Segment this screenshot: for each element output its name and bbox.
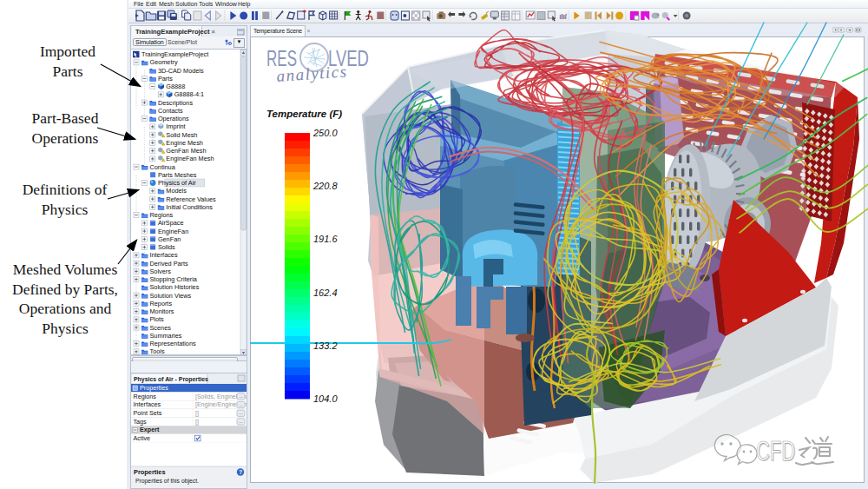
svg-text:...: ... bbox=[239, 419, 243, 424]
svg-text:analytics: analytics bbox=[276, 62, 348, 85]
svg-text:250.0: 250.0 bbox=[312, 128, 338, 138]
svg-text:Point Sets: Point Sets bbox=[134, 409, 162, 417]
svg-text:...: ... bbox=[239, 410, 243, 415]
svg-text:Tags: Tags bbox=[134, 418, 148, 426]
svg-text:Properties of this object.: Properties of this object. bbox=[135, 478, 199, 485]
svg-text:162.4: 162.4 bbox=[313, 287, 338, 298]
svg-text:[]: [] bbox=[195, 410, 199, 417]
svg-text:Active: Active bbox=[134, 434, 151, 442]
svg-text:Temperature (F): Temperature (F) bbox=[266, 109, 342, 119]
svg-text:Properties: Properties bbox=[140, 384, 168, 392]
svg-text:...: ... bbox=[239, 402, 243, 407]
svg-text:Regions: Regions bbox=[134, 393, 157, 400]
svg-text:×: × bbox=[201, 376, 204, 382]
svg-text:?: ? bbox=[239, 469, 242, 475]
svg-text:[]: [] bbox=[195, 419, 199, 426]
svg-text:Properties: Properties bbox=[134, 468, 166, 476]
svg-text:...: ... bbox=[239, 393, 243, 399]
svg-text:191.6: 191.6 bbox=[313, 234, 338, 244]
svg-text:G8888-4:1: G8888-4:1 bbox=[174, 90, 204, 98]
svg-text:CFD: CFD bbox=[756, 436, 795, 466]
svg-text:Physics of Air - Properties: Physics of Air - Properties bbox=[134, 376, 208, 383]
svg-text:220.8: 220.8 bbox=[312, 181, 338, 191]
svg-text:104.0: 104.0 bbox=[313, 393, 338, 404]
svg-text:133.2: 133.2 bbox=[313, 340, 338, 351]
svg-text:Interfaces: Interfaces bbox=[134, 400, 161, 408]
svg-text:Expert: Expert bbox=[140, 426, 160, 433]
